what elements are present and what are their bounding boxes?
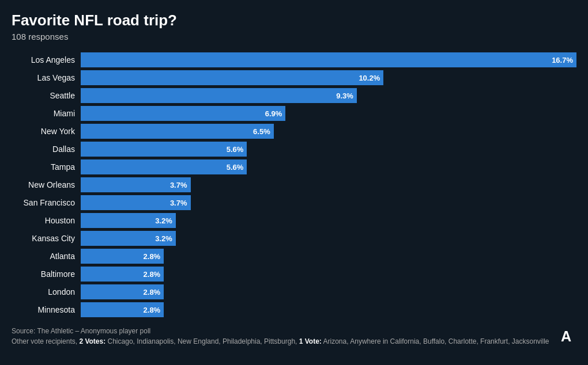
bar-fill: 3.7%	[81, 177, 191, 192]
bar-row: Atlanta2.8%	[12, 248, 576, 264]
bar-label: Las Vegas	[12, 73, 81, 82]
bar-label: Houston	[12, 216, 81, 225]
bar-label: Tampa	[12, 162, 81, 172]
bar-value: 5.6%	[227, 163, 247, 172]
bar-row: Las Vegas10.2%	[12, 70, 576, 86]
bar-fill: 3.2%	[81, 231, 176, 246]
bar-fill: 5.6%	[81, 159, 247, 174]
bar-label: San Francisco	[12, 198, 81, 207]
source-line: Source: The Athletic – Anonymous player …	[12, 326, 576, 336]
bar-value: 2.8%	[144, 288, 164, 296]
bar-row: Los Angeles16.7%	[12, 52, 576, 68]
bar-fill: 2.8%	[81, 284, 164, 299]
bar-row: Tampa5.6%	[12, 159, 576, 175]
bar-fill: 2.8%	[81, 267, 164, 282]
bar-fill: 9.3%	[81, 88, 357, 103]
bar-value: 2.8%	[144, 252, 164, 261]
bar-label: New York	[12, 127, 81, 136]
footer: Source: The Athletic – Anonymous player …	[12, 326, 576, 347]
bar-track: 3.2%	[81, 231, 576, 246]
bar-track: 3.2%	[81, 213, 576, 228]
bar-row: Kansas City3.2%	[12, 230, 576, 246]
bar-label: New Orleans	[12, 180, 81, 189]
response-count: 108 responses	[12, 32, 576, 41]
bar-row: Minnesota2.8%	[12, 302, 576, 318]
bar-track: 6.9%	[81, 106, 576, 121]
svg-text:A: A	[561, 328, 571, 344]
bar-label: Kansas City	[12, 234, 81, 243]
bar-row: Miami6.9%	[12, 105, 576, 121]
bar-row: Seattle9.3%	[12, 88, 576, 104]
bar-label: Dallas	[12, 145, 81, 154]
bar-fill: 2.8%	[81, 302, 164, 317]
bar-value: 2.8%	[144, 306, 164, 314]
bar-track: 10.2%	[81, 70, 576, 85]
bar-fill: 2.8%	[81, 249, 164, 264]
bar-label: Baltimore	[12, 269, 81, 279]
bar-row: Baltimore2.8%	[12, 266, 576, 282]
bar-track: 5.6%	[81, 159, 576, 174]
bar-fill: 5.6%	[81, 142, 247, 157]
bar-value: 6.5%	[253, 127, 274, 136]
bar-fill: 3.2%	[81, 213, 176, 228]
bar-track: 2.8%	[81, 249, 576, 264]
bar-value: 3.2%	[155, 216, 176, 225]
bar-value: 5.6%	[227, 145, 247, 154]
bar-fill: 10.2%	[81, 70, 383, 85]
bar-row: Houston3.2%	[12, 212, 576, 229]
bar-label: Los Angeles	[12, 55, 81, 64]
bar-fill: 6.9%	[81, 106, 285, 121]
bar-label: Seattle	[12, 91, 81, 100]
bar-track: 3.7%	[81, 195, 576, 210]
bar-track: 16.7%	[81, 52, 576, 67]
bar-value: 3.7%	[170, 199, 191, 207]
bar-chart: Los Angeles16.7%Las Vegas10.2%Seattle9.3…	[12, 52, 576, 318]
bar-row: New York6.5%	[12, 123, 576, 139]
bar-label: Miami	[12, 109, 81, 118]
athletic-logo: A	[556, 326, 576, 347]
bar-value: 3.7%	[170, 181, 191, 189]
bar-fill: 16.7%	[81, 52, 576, 67]
bar-value: 16.7%	[552, 56, 576, 64]
bar-label: Minnesota	[12, 305, 81, 314]
bar-value: 2.8%	[144, 270, 164, 279]
bar-track: 6.5%	[81, 124, 576, 139]
bar-track: 9.3%	[81, 88, 576, 103]
page-title: Favorite NFL road trip?	[12, 12, 576, 29]
bar-row: London2.8%	[12, 284, 576, 300]
bar-track: 2.8%	[81, 267, 576, 282]
bar-fill: 6.5%	[81, 124, 274, 139]
bar-track: 2.8%	[81, 302, 576, 317]
bar-label: London	[12, 287, 81, 296]
bar-fill: 3.7%	[81, 195, 191, 210]
bar-value: 10.2%	[359, 74, 383, 82]
bar-row: New Orleans3.7%	[12, 177, 576, 193]
bar-label: Atlanta	[12, 252, 81, 261]
other-votes-line: Other vote recipients, 2 Votes: Chicago,…	[12, 336, 576, 347]
bar-track: 5.6%	[81, 142, 576, 157]
bar-track: 2.8%	[81, 284, 576, 299]
bar-value: 3.2%	[155, 234, 176, 243]
bar-value: 6.9%	[265, 109, 286, 118]
bar-track: 3.7%	[81, 177, 576, 192]
bar-value: 9.3%	[336, 92, 357, 100]
bar-row: Dallas5.6%	[12, 141, 576, 157]
bar-row: San Francisco3.7%	[12, 195, 576, 211]
